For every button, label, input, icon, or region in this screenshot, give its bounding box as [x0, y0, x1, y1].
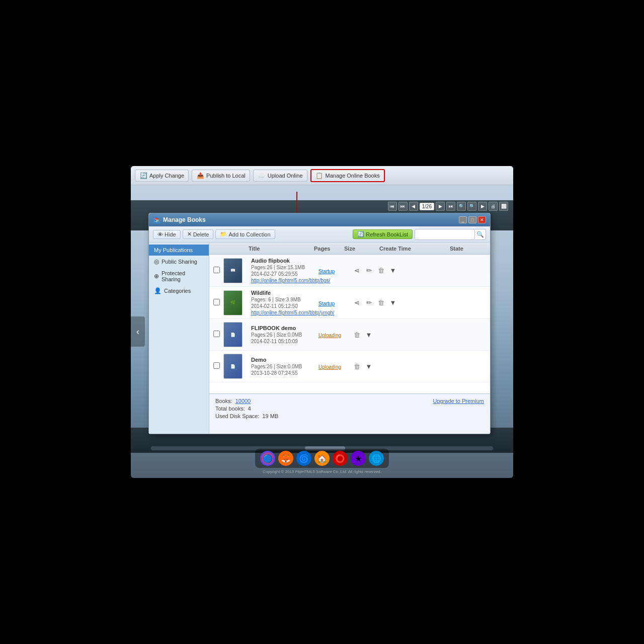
upgrade-link[interactable]: Upgrade to Premium [433, 398, 485, 404]
delete-book-button-3[interactable]: 🗑 [352, 330, 362, 340]
row-thumb-3: 📄 [223, 322, 249, 347]
th-state-col: State [450, 246, 485, 252]
taskbar-icon-globe[interactable]: 🌐 [369, 451, 384, 466]
taskbar-icon-chrome[interactable]: 🔵 [260, 451, 275, 466]
taskbar-icon-star[interactable]: ★ [351, 451, 366, 466]
table-row: 📄 Demo Pages:26 | Size:0.0MB 2013-10-28 … [209, 351, 490, 382]
book-title-4: Demo [251, 357, 316, 363]
row-checkbox-3[interactable] [213, 330, 223, 339]
sidebar-item-categories[interactable]: 👤 Categories [149, 285, 209, 297]
edit-button-1[interactable]: ✏ [364, 266, 374, 276]
row-thumb-4: 📄 [223, 354, 249, 379]
sidebar-item-my-publications[interactable]: My Publications [149, 245, 209, 256]
delete-book-button-4[interactable]: 🗑 [352, 361, 362, 371]
add-collection-button[interactable]: 📁 Add to Collection [215, 229, 275, 239]
taskbar-icon-ie[interactable]: 🌀 [296, 451, 311, 466]
table-body: 📖 Audio flipbook Pages:26 | Size:15.1MB … [209, 255, 490, 393]
state-badge-2[interactable]: Startup [316, 300, 337, 307]
book-meta-4: Pages:26 | Size:0.0MB [251, 364, 316, 369]
main-area: ⏮ ⏭ ◀ 1/26 ▶ ⏭ 🔍 🔍 ▶ 🖨 ⬜ ‹ [131, 185, 513, 478]
row-state-2: Startup [316, 298, 352, 307]
state-badge-1[interactable]: Startup [316, 268, 337, 275]
page-indicator: 1/26 [420, 203, 434, 210]
dialog-close-button[interactable]: ✕ [478, 216, 486, 223]
th-create-col: Create Time [379, 246, 450, 252]
share-button-1[interactable]: ⋖ [352, 266, 362, 276]
row-actions-1: ⋖ ✏ 🗑 ▼ [352, 266, 486, 276]
dialog-title-left: 📚 Manage Books [153, 216, 206, 223]
dropdown-button-3[interactable]: ▼ [364, 330, 374, 340]
main-toolbar: 🔄 Apply Change 📤 Publish to Local ☁️ Upl… [131, 166, 513, 185]
hide-icon: 👁 [157, 231, 163, 237]
book-link-1[interactable]: http://online.fliphtml5.com/bbtp/bgs/ [251, 278, 316, 283]
edit-button-2[interactable]: ✏ [364, 298, 374, 308]
manage-online-icon: 📋 [315, 172, 324, 180]
book-thumbnail-4: 📄 [223, 354, 243, 379]
pb-next-fast-button[interactable]: ⏭ [446, 202, 455, 211]
pb-first-button[interactable]: ⏮ [388, 202, 397, 211]
refresh-button[interactable]: 🔄 Refresh BookList [353, 229, 413, 239]
delete-book-button-2[interactable]: 🗑 [376, 298, 386, 308]
publish-local-button[interactable]: 📤 Publish to Local [192, 170, 250, 182]
dropdown-button-1[interactable]: ▼ [388, 266, 398, 276]
dropdown-button-2[interactable]: ▼ [388, 298, 398, 308]
pb-next-button[interactable]: ▶ [436, 202, 445, 211]
dialog-footer: Books: 10000 Upgrade to Premium Total bo… [209, 393, 490, 434]
footer-row-books: Books: 10000 Upgrade to Premium [215, 398, 484, 404]
dialog-maximize-button[interactable]: □ [468, 216, 476, 223]
taskbar-icon-firefox[interactable]: 🦊 [278, 451, 293, 466]
book-meta-3: Pages:26 | Size:0.0MB [251, 332, 316, 338]
upload-online-icon: ☁️ [258, 172, 266, 180]
book-thumbnail-1: 📖 [223, 258, 243, 283]
row-checkbox-4[interactable] [213, 362, 223, 371]
sidebar-item-protected-sharing[interactable]: ⊕ Protected Sharing [149, 268, 209, 285]
dialog-toolbar: 👁 Hide ✕ Delete 📁 Add to Collection 🔄 Re… [149, 226, 490, 243]
delete-button[interactable]: ✕ Delete [183, 229, 214, 239]
book-thumbnail-2: 🌿 [223, 290, 243, 315]
table-row: 📄 FLIPBOOK demo Pages:26 | Size:0.0MB 20… [209, 319, 490, 351]
pb-zoom-in-button[interactable]: 🔍 [467, 202, 476, 211]
row-actions-3: 🗑 ▼ [352, 330, 486, 340]
delete-book-button-1[interactable]: 🗑 [376, 266, 386, 276]
pb-zoom-out-button[interactable]: 🔍 [457, 202, 466, 211]
th-title-col: Title [249, 246, 314, 252]
nav-arrow-left[interactable]: ‹ [131, 316, 145, 347]
dialog-content: My Publications ◎ Public Sharing ⊕ Prote… [149, 243, 490, 434]
row-checkbox-2[interactable] [213, 298, 223, 307]
books-value-link[interactable]: 10000 [235, 398, 251, 404]
pb-play-button[interactable]: ▶ [478, 202, 487, 211]
share-button-2[interactable]: ⋖ [352, 298, 362, 308]
th-size-col: Size [344, 246, 379, 252]
playback-bar: ⏮ ⏭ ◀ 1/26 ▶ ⏭ 🔍 🔍 ▶ 🖨 ⬜ [388, 200, 508, 212]
pb-print-button[interactable]: 🖨 [489, 202, 498, 211]
dialog-titlebar: 📚 Manage Books _ □ ✕ [149, 213, 490, 226]
apply-change-button[interactable]: 🔄 Apply Change [135, 170, 189, 182]
search-button[interactable]: 🔍 [475, 229, 486, 240]
book-link-2[interactable]: http://online.fliphtml5.com/bbtp/ymgh/ [251, 310, 316, 315]
search-input[interactable] [415, 229, 475, 240]
manage-online-button[interactable]: 📋 Manage Online Books [310, 169, 385, 182]
dialog-title-icon: 📚 [153, 216, 160, 223]
row-actions-4: 🗑 ▼ [352, 361, 486, 371]
pb-prev-fast-button[interactable]: ⏭ [398, 202, 408, 211]
taskbar-icon-home[interactable]: 🏠 [314, 451, 330, 466]
taskbar-icon-red[interactable]: ⭕ [333, 451, 348, 466]
row-state-3: Uploading [316, 330, 352, 339]
row-state-1: Startup [316, 266, 352, 275]
sidebar-item-public-sharing[interactable]: ◎ Public Sharing [149, 256, 209, 268]
categories-icon: 👤 [154, 287, 162, 294]
row-checkbox-1[interactable] [213, 266, 223, 275]
dialog-minimize-button[interactable]: _ [459, 216, 467, 223]
upload-online-button[interactable]: ☁️ Upload Online [253, 170, 307, 182]
dialog-sidebar: My Publications ◎ Public Sharing ⊕ Prote… [149, 243, 209, 434]
dropdown-button-4[interactable]: ▼ [364, 361, 374, 371]
pb-prev-button[interactable]: ◀ [409, 202, 418, 211]
dialog-title-controls: _ □ ✕ [459, 216, 486, 223]
hide-button[interactable]: 👁 Hide [153, 230, 181, 239]
table-row: 📖 Audio flipbook Pages:26 | Size:15.1MB … [209, 255, 490, 287]
row-state-4: Uploading [316, 362, 352, 371]
state-badge-4[interactable]: Uploading [316, 364, 343, 370]
book-meta-2: Pages: 6 | Size:3.9MB [251, 297, 316, 302]
pb-fullscreen-button[interactable]: ⬜ [499, 202, 508, 211]
state-badge-3[interactable]: Uploading [316, 332, 343, 339]
